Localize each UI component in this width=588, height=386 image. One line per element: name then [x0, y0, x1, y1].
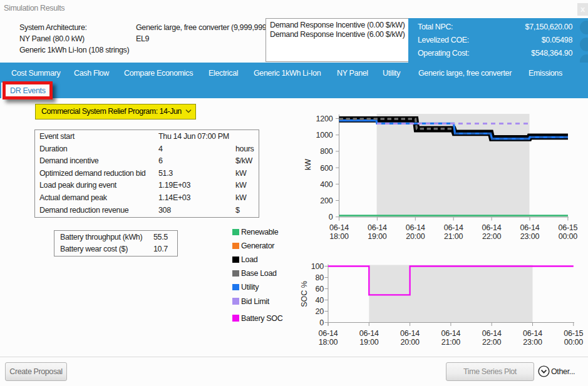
svg-text:1000: 1000	[316, 131, 333, 140]
svg-text:0: 0	[329, 213, 333, 221]
svg-text:00:00: 00:00	[564, 338, 584, 347]
svg-text:600: 600	[320, 164, 333, 173]
svg-text:19:00: 19:00	[368, 232, 387, 241]
svg-text:06-15: 06-15	[564, 329, 583, 338]
svg-text:60: 60	[315, 285, 324, 293]
svg-text:06-14: 06-14	[368, 223, 387, 232]
svg-text:06-14: 06-14	[444, 223, 463, 232]
svg-text:19:00: 19:00	[359, 338, 379, 347]
svg-text:80: 80	[315, 273, 324, 282]
svg-text:22:00: 22:00	[482, 232, 502, 241]
svg-text:22:00: 22:00	[482, 338, 502, 347]
svg-text:20:00: 20:00	[400, 338, 420, 347]
svg-text:400: 400	[320, 180, 333, 189]
svg-text:06-14: 06-14	[400, 329, 420, 338]
svg-text:18:00: 18:00	[319, 338, 338, 347]
svg-text:200: 200	[320, 196, 333, 205]
svg-text:06-14: 06-14	[441, 329, 460, 338]
svg-text:20: 20	[315, 307, 324, 316]
svg-text:kW: kW	[304, 159, 312, 170]
svg-text:1200: 1200	[316, 114, 333, 123]
svg-text:20:00: 20:00	[406, 232, 425, 241]
svg-text:23:00: 23:00	[520, 232, 540, 241]
svg-text:06-14: 06-14	[520, 223, 540, 232]
svg-text:06-14: 06-14	[406, 223, 425, 232]
svg-text:00:00: 00:00	[559, 232, 578, 241]
svg-text:21:00: 21:00	[444, 232, 463, 241]
svg-text:SOC %: SOC %	[300, 281, 309, 307]
svg-text:0: 0	[319, 318, 324, 327]
svg-text:06-14: 06-14	[319, 329, 338, 338]
svg-text:23:00: 23:00	[523, 338, 542, 347]
svg-text:06-14: 06-14	[523, 329, 542, 338]
svg-text:06-15: 06-15	[558, 223, 577, 232]
svg-text:06-14: 06-14	[482, 223, 502, 232]
svg-text:100: 100	[311, 262, 324, 271]
svg-text:06-14: 06-14	[359, 329, 379, 338]
svg-text:18:00: 18:00	[329, 232, 349, 241]
svg-text:06-14: 06-14	[329, 223, 349, 232]
svg-text:800: 800	[320, 147, 333, 156]
svg-text:21:00: 21:00	[441, 338, 461, 347]
svg-text:40: 40	[315, 296, 324, 305]
svg-text:06-14: 06-14	[482, 329, 502, 338]
